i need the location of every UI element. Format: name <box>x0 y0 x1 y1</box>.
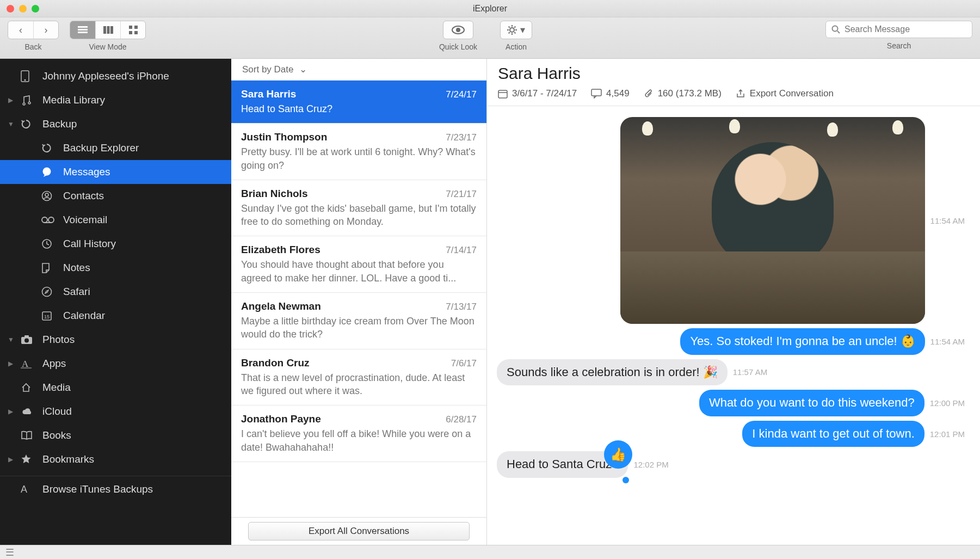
view-list-button[interactable] <box>70 21 95 39</box>
sidebar-item-safari[interactable]: Safari <box>0 280 231 304</box>
message-time: 12:00 PM <box>930 398 965 408</box>
conversation-item[interactable]: Sara Harris7/24/17Head to Santa Cruz? <box>231 81 486 124</box>
compass-icon <box>41 286 56 297</box>
sidebar-item-backup[interactable]: ▼Backup <box>0 112 231 136</box>
sidebar-item-icloud[interactable]: ▶iCloud <box>0 400 231 423</box>
browse-backups-label: Browse iTunes Backups <box>42 483 153 495</box>
outgoing-message[interactable]: Yes. So stoked! I'm gonna be an uncle! 👶 <box>680 328 924 355</box>
svg-point-21 <box>833 26 838 32</box>
conversation-preview: I can't believe you fell off a bike! Whi… <box>241 427 477 454</box>
paperclip-icon <box>644 89 654 99</box>
disclosure-triangle[interactable]: ▼ <box>8 120 13 128</box>
svg-point-36 <box>24 339 29 343</box>
back-forward-segment: ‹ › <box>8 21 59 39</box>
search-icon <box>831 25 840 34</box>
sidebar-item-label: Calendar <box>63 310 105 322</box>
sidebar-item-notes[interactable]: Notes <box>0 256 231 280</box>
conversation-preview: You should have thought about that befor… <box>241 258 477 285</box>
svg-line-22 <box>837 31 840 33</box>
sidebar-item-calendar[interactable]: 15Calendar <box>0 304 231 328</box>
svg-point-24 <box>24 79 26 81</box>
home-icon <box>21 382 35 393</box>
sidebar-item-media[interactable]: Media <box>0 376 231 400</box>
sidebar-item-backup-explorer[interactable]: Backup Explorer <box>0 136 231 160</box>
device-row[interactable]: Johnny Appleseed's iPhone <box>0 64 231 88</box>
sidebar-item-photos[interactable]: ▼Photos <box>0 328 231 352</box>
chat-title: Sara Harris <box>498 64 969 83</box>
apps-icon: A <box>21 484 35 495</box>
sidebar-item-messages[interactable]: Messages <box>0 160 231 184</box>
calendar-icon: 15 <box>41 310 56 321</box>
conversation-preview: Sunday I've got the kids' baseball game,… <box>241 202 477 229</box>
disclosure-triangle[interactable]: ▶ <box>8 96 13 104</box>
conversation-item[interactable]: Elizabeth Flores7/14/17You should have t… <box>231 236 486 293</box>
conversation-item[interactable]: Angela Newman7/13/17Maybe a little birth… <box>231 293 486 349</box>
view-columns-button[interactable] <box>95 21 120 39</box>
disclosure-triangle[interactable]: ▶ <box>8 408 13 415</box>
svg-line-18 <box>514 32 515 33</box>
sidebar-item-apps[interactable]: ▶AApps <box>0 352 231 376</box>
sidebar-item-label: Backup Explorer <box>63 142 139 154</box>
conversation-date: 7/24/17 <box>446 89 477 100</box>
conversation-item[interactable]: Brian Nichols7/21/17Sunday I've got the … <box>231 180 486 237</box>
search-box[interactable] <box>825 21 972 38</box>
attachments-count: 160 (173.2 MB) <box>644 88 722 99</box>
backup-icon <box>21 119 35 130</box>
message-row: I kinda want to get out of town.12:01 PM <box>497 421 970 447</box>
browse-backups-row[interactable]: A Browse iTunes Backups <box>0 476 231 502</box>
message-count: 4,549 <box>591 88 630 99</box>
conversation-name: Jonathon Payne <box>241 413 321 425</box>
view-grid-button[interactable] <box>120 21 145 39</box>
photo-message[interactable] <box>620 117 925 324</box>
sidebar-item-contacts[interactable]: Contacts <box>0 184 231 208</box>
conversation-date: 7/21/17 <box>446 189 477 200</box>
export-conversation-button[interactable]: Export Conversation <box>736 88 834 99</box>
titlebar: iExplorer <box>0 0 980 17</box>
search-input[interactable] <box>845 24 966 34</box>
sidebar-item-media-library[interactable]: ▶Media Library <box>0 88 231 112</box>
viewmode-label: View Mode <box>89 42 126 51</box>
conversation-item[interactable]: Justin Thompson7/23/17Pretty busy. I'll … <box>231 124 486 180</box>
quicklook-button[interactable] <box>443 21 473 39</box>
disclosure-triangle[interactable]: ▶ <box>8 360 13 367</box>
chevron-down-icon: ▾ <box>520 24 525 36</box>
sidebar-item-bookmarks[interactable]: ▶Bookmarks <box>0 447 231 471</box>
sort-button[interactable]: Sort by Date ⌄ <box>231 59 486 81</box>
conversation-item[interactable]: Brandon Cruz7/6/17That is a new level of… <box>231 349 486 406</box>
action-button[interactable]: ▾ <box>500 21 532 39</box>
conversation-name: Justin Thompson <box>241 131 327 143</box>
chat-body[interactable]: 11:54 AMYes. So stoked! I'm gonna be an … <box>487 106 980 545</box>
conversation-preview: Head to Santa Cruz? <box>241 102 477 115</box>
conversation-date: 7/23/17 <box>446 132 477 143</box>
export-all-button[interactable]: Export All Conversations <box>248 522 470 540</box>
forward-button[interactable]: › <box>33 21 58 39</box>
sidebar-item-voicemail[interactable]: Voicemail <box>0 208 231 232</box>
chat-pane: Sara Harris 3/6/17 - 7/24/17 4,549 160 (… <box>487 59 980 545</box>
message-time: 12:02 PM <box>633 460 668 469</box>
outgoing-message[interactable]: I kinda want to get out of town. <box>742 421 924 447</box>
svg-rect-5 <box>110 26 113 34</box>
back-label: Back <box>24 42 41 51</box>
calendar-icon <box>498 89 508 99</box>
back-button[interactable]: ‹ <box>8 21 33 39</box>
menu-icon[interactable]: ☰ <box>5 546 14 558</box>
svg-rect-41 <box>498 90 507 98</box>
sidebar-item-call-history[interactable]: Call History <box>0 232 231 256</box>
chat-icon <box>591 89 602 99</box>
disclosure-triangle[interactable]: ▶ <box>8 456 13 463</box>
outgoing-message[interactable]: What do you want to do this weekend? <box>699 390 924 416</box>
apps-icon: A <box>21 358 35 369</box>
like-reaction-icon: 👍 <box>604 440 632 469</box>
conversation-item[interactable]: Jonathon Payne6/28/17I can't believe you… <box>231 406 486 462</box>
message-row: Head to Santa Cruz?👍12:02 PM <box>497 451 970 478</box>
svg-point-29 <box>48 217 54 223</box>
sidebar-item-label: Voicemail <box>63 214 107 226</box>
disclosure-triangle[interactable]: ▼ <box>8 336 13 343</box>
svg-rect-37 <box>24 335 29 337</box>
sidebar-item-label: Call History <box>63 238 116 250</box>
svg-rect-9 <box>134 31 138 34</box>
sidebar-item-label: Messages <box>63 166 110 178</box>
incoming-message[interactable]: Sounds like a celebration is in order! 🎉 <box>497 359 728 386</box>
conversation-name: Brian Nichols <box>241 188 307 200</box>
sidebar-item-books[interactable]: Books <box>0 423 231 447</box>
